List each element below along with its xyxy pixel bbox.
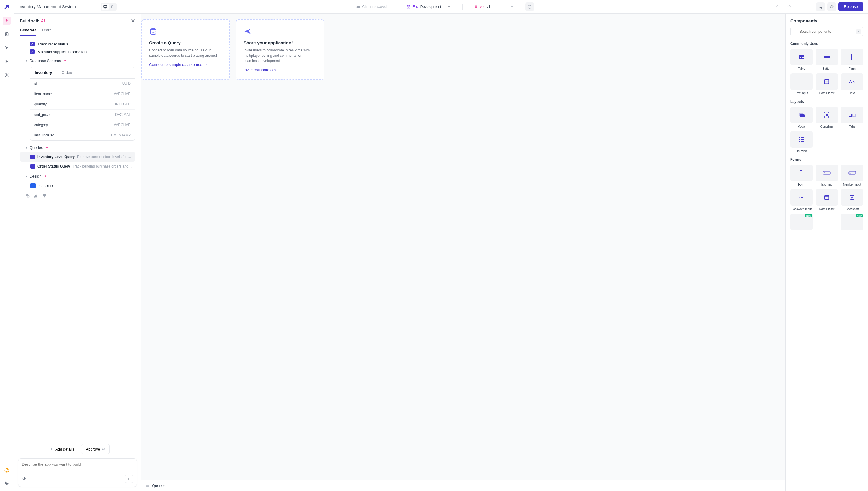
env-selector[interactable]: Env Development (404, 4, 454, 10)
component-container[interactable]: Container (816, 107, 838, 128)
clear-search-button[interactable]: ✕ (856, 29, 861, 34)
tab-generate[interactable]: Generate (20, 28, 36, 36)
component-modal[interactable]: Modal (790, 107, 813, 128)
query-item-order-status[interactable]: Order Status Query Track pending purchas… (20, 162, 135, 171)
svg-rect-61 (852, 114, 855, 116)
section-queries[interactable]: ▾ Queries ✦ (20, 142, 135, 152)
section-commonly-used: Commonly Used (790, 42, 863, 46)
design-color[interactable]: 2563EB (20, 181, 135, 191)
component-button[interactable]: Button (816, 49, 838, 70)
arrow-right-icon: → (204, 62, 208, 67)
queries-bottom-bar[interactable]: Queries (142, 480, 785, 491)
desktop-device-icon[interactable] (101, 4, 108, 10)
add-details-button[interactable]: ＋ Add details (45, 444, 78, 454)
svg-point-58 (828, 116, 829, 118)
connect-sample-link[interactable]: Connect to sample data source → (149, 62, 222, 67)
card-desc: Connect to your data source or use our s… (149, 48, 222, 58)
svg-rect-63 (801, 137, 804, 138)
svg-rect-28 (34, 196, 35, 197)
component-date-picker[interactable]: Date Picker (816, 73, 838, 95)
color-swatch (30, 183, 36, 189)
plus-icon: ＋ (50, 446, 54, 452)
svg-rect-64 (799, 139, 800, 140)
version-selector[interactable]: ver v1 (471, 4, 517, 10)
card-title: Share your application! (244, 40, 317, 45)
component-date-picker2[interactable]: Date Picker (816, 189, 838, 211)
svg-rect-15 (112, 5, 113, 8)
query-item-inventory-level[interactable]: Inventory Level Query Retrieve current s… (20, 152, 135, 162)
svg-line-7 (5, 62, 6, 62)
new-badge: New (805, 214, 812, 218)
caret-down-icon: ▾ (26, 146, 27, 149)
schema-table: Inventory Orders idUUID item_nameVARCHAR… (30, 67, 135, 141)
svg-point-22 (821, 7, 822, 8)
svg-point-75 (801, 197, 802, 198)
component-password-input[interactable]: Password Input (790, 189, 813, 211)
component-text-input2[interactable]: TText Input (816, 165, 838, 186)
component-table[interactable]: Table (790, 49, 813, 70)
svg-rect-62 (799, 137, 800, 138)
schema-row: categoryVARCHAR (30, 120, 135, 130)
pages-icon[interactable] (3, 30, 11, 38)
logo-icon[interactable] (3, 3, 11, 11)
component-text-input[interactable]: TText Input (790, 73, 813, 95)
check-track-order[interactable]: ✓ Track order status (20, 40, 135, 48)
caret-down-icon: ▾ (26, 175, 27, 178)
component-text[interactable]: AAText (841, 73, 863, 95)
copy-button[interactable] (26, 194, 30, 199)
settings-icon[interactable] (3, 71, 11, 79)
cloud-icon (356, 5, 361, 9)
component-checkbox[interactable]: Checkbox (841, 189, 863, 211)
schema-tab-inventory[interactable]: Inventory (30, 67, 57, 78)
preview-button[interactable] (827, 2, 836, 11)
schema-tab-orders[interactable]: Orders (57, 67, 78, 78)
svg-rect-19 (409, 7, 410, 8)
send-button[interactable]: ↵ (125, 475, 133, 483)
refresh-button[interactable] (525, 2, 534, 11)
theme-moon-icon[interactable] (3, 479, 11, 487)
mobile-device-icon[interactable] (108, 4, 116, 10)
prompt-box: ↵ (18, 458, 137, 487)
close-panel-button[interactable]: ✕ (131, 18, 135, 24)
component-new-1[interactable]: New (790, 213, 813, 230)
search-components-input[interactable] (790, 27, 863, 36)
svg-rect-54 (800, 114, 805, 117)
component-tabs[interactable]: Tabs (841, 107, 863, 128)
redo-button[interactable] (785, 2, 794, 11)
release-button[interactable]: Release (838, 2, 863, 11)
svg-point-11 (6, 470, 6, 470)
invite-collaborators-link[interactable]: Invite collaborators → (244, 68, 317, 72)
section-design[interactable]: ▾ Design ✦ (20, 171, 135, 181)
tab-learn[interactable]: Learn (42, 28, 51, 36)
svg-point-25 (831, 6, 833, 7)
section-database-schema[interactable]: ▾ Database Schema ✦ (20, 56, 135, 65)
cursor-icon[interactable] (3, 44, 11, 52)
component-form[interactable]: Form (841, 49, 863, 70)
svg-rect-30 (24, 477, 25, 479)
share-button[interactable] (816, 2, 825, 11)
svg-point-21 (819, 6, 820, 7)
support-icon[interactable] (3, 466, 11, 474)
bug-icon[interactable] (3, 57, 11, 65)
component-form2[interactable]: Form (790, 165, 813, 186)
component-number-input[interactable]: 1▾Number Input (841, 165, 863, 186)
device-toggle (101, 3, 117, 11)
app-title-input[interactable] (19, 4, 95, 9)
thumbs-down-button[interactable] (42, 194, 46, 199)
undo-button[interactable] (774, 2, 782, 11)
check-supplier[interactable]: ✓ Maintain supplier information (20, 48, 135, 56)
thumbs-up-button[interactable] (34, 194, 38, 199)
svg-rect-77 (825, 196, 829, 200)
svg-rect-13 (104, 5, 107, 7)
sparkle-icon: ✦ (63, 58, 67, 63)
approve-button[interactable]: Approve ↵ (81, 444, 109, 454)
component-list-view[interactable]: List View (790, 131, 813, 153)
prompt-input[interactable] (22, 462, 133, 471)
svg-point-41 (825, 57, 826, 57)
ai-sparkle-icon[interactable] (3, 17, 11, 25)
component-new-2[interactable]: New (841, 213, 863, 230)
query-icon (30, 154, 35, 159)
svg-rect-66 (799, 141, 800, 142)
mic-button[interactable] (22, 476, 27, 482)
database-icon (149, 27, 159, 37)
